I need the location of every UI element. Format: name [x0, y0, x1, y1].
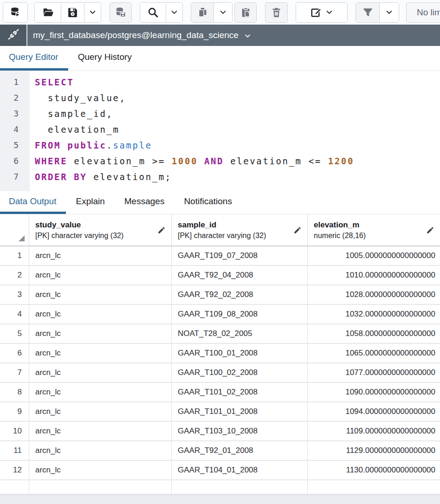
cell-sample-id[interactable]: GAAR_T101_02_2008: [172, 383, 308, 401]
cell-elevation-m[interactable]: 1005.0000000000000000: [308, 246, 440, 265]
sql-line[interactable]: sample_id,: [35, 106, 354, 122]
row-number-cell[interactable]: 5: [0, 324, 29, 343]
save-data-changes-button[interactable]: [110, 3, 131, 22]
cell-elevation-m[interactable]: 1032.0000000000000000: [308, 305, 440, 323]
line-number: 1: [0, 74, 19, 90]
connection-selector[interactable]: my_first_database/postgres@learning_data…: [27, 25, 252, 46]
line-number: 5: [0, 137, 19, 153]
cell-sample-id[interactable]: GAAR_T92_01_2008: [172, 441, 308, 460]
cell-sample-id[interactable]: GAAR_T109_08_2008: [172, 305, 308, 323]
cell-elevation-m[interactable]: 1109.0000000000000000: [308, 422, 440, 440]
cell-study-value[interactable]: arcn_lc: [29, 305, 172, 323]
save-options-dropdown[interactable]: [84, 3, 101, 22]
column-header-elevation-m[interactable]: elevation_m numeric (28,16): [308, 214, 440, 246]
cell-study-value[interactable]: arcn_lc: [29, 344, 172, 362]
cell-study-value[interactable]: arcn_lc: [29, 324, 172, 343]
cell-sample-id[interactable]: GAAR_T101_01_2008: [172, 402, 308, 421]
sql-token: WHERE: [35, 156, 67, 166]
chevron-down-icon: [244, 31, 252, 40]
pencil-edit-icon[interactable]: [157, 226, 166, 234]
cell-study-value[interactable]: arcn_lc: [29, 285, 172, 304]
cell-elevation-m[interactable]: 1028.0000000000000000: [308, 285, 440, 304]
query-tool-button[interactable]: [3, 3, 27, 22]
tab-label: Messages: [124, 196, 165, 207]
tab-explain[interactable]: Explain: [66, 191, 114, 214]
sql-line[interactable]: elevation_m: [35, 122, 354, 137]
row-number-cell[interactable]: 12: [0, 461, 29, 479]
open-file-button[interactable]: [35, 3, 61, 22]
cell-elevation-m[interactable]: 1129.0000000000000000: [308, 441, 440, 460]
tab-label: Query Editor: [9, 52, 58, 62]
horizontal-scrollbar-track[interactable]: [0, 495, 440, 504]
filter-button[interactable]: [356, 3, 379, 22]
cell-study-value[interactable]: arcn_lc: [29, 402, 172, 421]
row-number-cell[interactable]: 2: [0, 266, 29, 284]
row-number-cell[interactable]: 8: [0, 383, 29, 401]
tab-query-history[interactable]: Query History: [68, 46, 142, 71]
cell-sample-id[interactable]: GAAR_T103_10_2008: [172, 422, 308, 440]
sql-code[interactable]: SELECT study_value, sample_id, elevation…: [30, 74, 354, 191]
sql-editor[interactable]: 1234567 SELECT study_value, sample_id, e…: [0, 71, 440, 191]
tab-messages[interactable]: Messages: [115, 191, 175, 214]
cell-sample-id[interactable]: GAAR_T100_02_2008: [172, 363, 308, 382]
row-number-cell[interactable]: 3: [0, 285, 29, 304]
copy-button[interactable]: [191, 3, 214, 22]
sql-token: 1000: [172, 156, 198, 166]
tab-notifications[interactable]: Notifications: [174, 191, 242, 214]
row-number-cell[interactable]: 6: [0, 344, 29, 362]
cell-sample-id[interactable]: GAAR_T100_01_2008: [172, 344, 308, 362]
column-header-study-value[interactable]: study_value [PK] character varying (32): [29, 214, 172, 246]
cell-sample-id[interactable]: GAAR_T109_07_2008: [172, 246, 308, 265]
row-number-cell[interactable]: 4: [0, 305, 29, 323]
cell-elevation-m[interactable]: 1094.0000000000000000: [308, 402, 440, 421]
sql-line[interactable]: FROM public.sample: [35, 137, 354, 153]
cell-elevation-m[interactable]: 1090.0000000000000000: [308, 383, 440, 401]
column-header-sample-id[interactable]: sample_id [PK] character varying (32): [172, 214, 308, 246]
cell-study-value[interactable]: arcn_lc: [29, 461, 172, 479]
cell-study-value[interactable]: arcn_lc: [29, 363, 172, 382]
row-number-cell[interactable]: 9: [0, 402, 29, 421]
find-button[interactable]: [140, 3, 166, 22]
tab-label: Data Output: [9, 196, 56, 207]
cell-sample-id[interactable]: GAAR_T92_04_2008: [172, 266, 308, 284]
select-all-triangle-icon[interactable]: [19, 235, 25, 241]
cell-study-value[interactable]: arcn_lc: [29, 246, 172, 265]
row-number-cell[interactable]: 10: [0, 422, 29, 440]
table-row: 12arcn_lcGAAR_T104_01_20081130.000000000…: [0, 461, 440, 480]
pencil-edit-icon[interactable]: [293, 226, 302, 234]
delete-button[interactable]: [265, 3, 287, 22]
row-number-cell[interactable]: 1: [0, 246, 29, 265]
cell-sample-id[interactable]: GAAR_T104_01_2008: [172, 461, 308, 479]
cell-elevation-m[interactable]: 1058.0000000000000000: [308, 324, 440, 343]
pencil-edit-icon[interactable]: [426, 226, 434, 234]
connection-icon-cell: [0, 25, 27, 46]
paste-button[interactable]: [235, 3, 256, 22]
filter-options-dropdown[interactable]: [379, 3, 399, 22]
sql-line[interactable]: ORDER BY elevation_m;: [35, 169, 354, 185]
sql-token: sample_id,: [35, 109, 113, 119]
cell-study-value[interactable]: arcn_lc: [29, 266, 172, 284]
row-limit-select[interactable]: No limit: [406, 2, 440, 23]
cell-sample-id[interactable]: NOAT_T28_02_2005: [172, 324, 308, 343]
row-number-cell: [0, 480, 29, 494]
cell-sample-id[interactable]: GAAR_T92_02_2008: [172, 285, 308, 304]
cell-elevation-m[interactable]: 1130.0000000000000000: [308, 461, 440, 479]
cell-elevation-m[interactable]: 1077.0000000000000000: [308, 363, 440, 382]
sql-line[interactable]: study_value,: [35, 90, 354, 106]
cell-study-value[interactable]: arcn_lc: [29, 422, 172, 440]
copy-options-dropdown[interactable]: [214, 3, 232, 22]
cell-study-value[interactable]: arcn_lc: [29, 383, 172, 401]
tab-data-output[interactable]: Data Output: [0, 191, 66, 214]
cell-elevation-m[interactable]: 1065.0000000000000000: [308, 344, 440, 362]
row-number-cell[interactable]: 11: [0, 441, 29, 460]
row-number-cell[interactable]: 7: [0, 363, 29, 382]
tab-query-editor[interactable]: Query Editor: [0, 46, 68, 71]
sql-line[interactable]: WHERE elevation_m >= 1000 AND elevation_…: [35, 153, 354, 169]
select-all-cell[interactable]: [0, 214, 29, 246]
save-file-button[interactable]: [61, 3, 84, 22]
edit-menu-button[interactable]: [296, 3, 347, 22]
cell-study-value[interactable]: arcn_lc: [29, 441, 172, 460]
cell-elevation-m[interactable]: 1010.0000000000000000: [308, 266, 440, 284]
sql-line[interactable]: SELECT: [35, 74, 354, 90]
find-options-dropdown[interactable]: [166, 3, 182, 22]
